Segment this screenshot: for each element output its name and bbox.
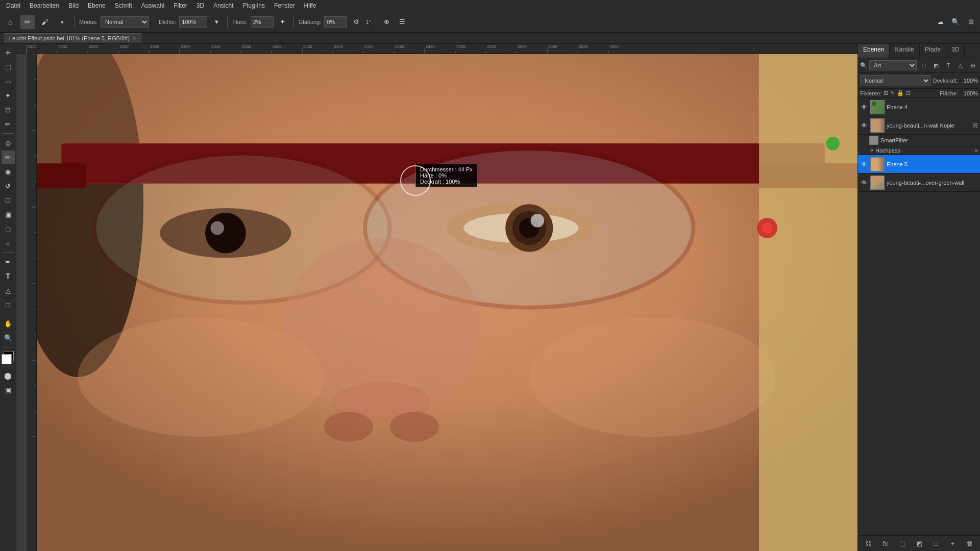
document-tab-title: Leucht Effekt.psdc bei 181% (Ebene 5, RG… bbox=[9, 35, 130, 41]
pen-tool[interactable]: ✒ bbox=[2, 255, 15, 268]
hochpass-filter-item[interactable]: ↗ Hochpass ≡ bbox=[858, 146, 980, 155]
layer-eye-ebene5[interactable]: 👁 bbox=[860, 160, 868, 168]
tab-pfade[interactable]: Pfade bbox=[920, 44, 946, 58]
layer-info-kopie: young-beauti...n-wall Kopie bbox=[887, 122, 971, 129]
layer-eye-wall[interactable]: 👁 bbox=[860, 179, 868, 187]
magic-wand-tool[interactable]: ✦ bbox=[2, 89, 15, 102]
dodge-tool[interactable]: ○ bbox=[2, 236, 15, 249]
healing-tool[interactable]: ◎ bbox=[2, 136, 15, 149]
layers-filter-text[interactable]: T bbox=[943, 60, 953, 70]
menu-datei[interactable]: Datei bbox=[2, 1, 24, 10]
cloud-btn[interactable]: ☁ bbox=[934, 16, 946, 28]
menu-3d[interactable]: 3D bbox=[192, 1, 208, 10]
extra-btn[interactable]: ☰ bbox=[396, 16, 408, 28]
dichte-input[interactable] bbox=[179, 16, 207, 28]
fixieren-row: Fixieren: ⊞ ✎ 🔒 ⊡ Fläche: 100% bbox=[858, 89, 980, 98]
left-tools-divider-4 bbox=[3, 347, 14, 347]
dichte-label: Dichte: bbox=[159, 19, 176, 25]
svg-point-82 bbox=[826, 137, 840, 151]
tab-ebenen[interactable]: Ebenen bbox=[858, 44, 890, 58]
layer-add-btn[interactable]: + bbox=[947, 538, 959, 549]
home-tool-btn[interactable]: ⌂ bbox=[3, 15, 17, 29]
layer-link-btn[interactable]: ⛓ bbox=[863, 538, 874, 549]
eraser-tool[interactable]: ◻ bbox=[2, 193, 15, 207]
menu-ansicht[interactable]: Ansicht bbox=[209, 1, 237, 10]
layer-fx-btn[interactable]: fx bbox=[880, 538, 891, 549]
eraser-tool-btn[interactable]: ▪ bbox=[55, 15, 69, 29]
layer-delete-btn[interactable]: 🗑 bbox=[964, 538, 975, 549]
menu-bild[interactable]: Bild bbox=[64, 1, 83, 10]
menu-auswahl[interactable]: Auswahl bbox=[137, 1, 168, 10]
svg-text:2320: 2320 bbox=[181, 44, 190, 49]
zoom-tool[interactable]: 🔍 bbox=[2, 331, 15, 344]
background-color[interactable] bbox=[2, 354, 12, 364]
blur-tool[interactable]: ◌ bbox=[2, 222, 15, 235]
menu-ebene[interactable]: Ebene bbox=[84, 1, 110, 10]
svg-text:2420: 2420 bbox=[334, 44, 343, 49]
history-tool[interactable]: ↺ bbox=[2, 179, 15, 192]
arrange-btn[interactable]: ⊞ bbox=[965, 16, 977, 28]
menu-schrift[interactable]: Schrift bbox=[111, 1, 136, 10]
layers-filter-shape[interactable]: △ bbox=[955, 60, 966, 70]
quick-mask-tool[interactable]: ⬤ bbox=[2, 369, 15, 382]
layers-filter-smart[interactable]: ⊟ bbox=[968, 60, 978, 70]
crop-tool[interactable]: ⊡ bbox=[2, 103, 15, 116]
layer-item-kopie[interactable]: 👁 young-beauti...n-wall Kopie ⛓ bbox=[858, 116, 980, 135]
smartfilter-name: SmartFilter bbox=[880, 137, 908, 143]
layer-eye-kopie[interactable]: 👁 bbox=[860, 121, 868, 130]
layer-item-ebene4[interactable]: 👁 Ebene 4 bbox=[858, 98, 980, 116]
fix-position-icon[interactable]: ⊞ bbox=[884, 90, 888, 96]
fix-extra-icon[interactable]: ⊡ bbox=[906, 90, 911, 96]
smart-filter-item[interactable]: SmartFilter bbox=[858, 135, 980, 146]
tab-kanale[interactable]: Kanäle bbox=[890, 44, 919, 58]
mode-select[interactable]: Normal Multiplizieren Abwedeln bbox=[101, 16, 149, 28]
document-tab[interactable]: Leucht Effekt.psdc bei 181% (Ebene 5, RG… bbox=[4, 33, 141, 43]
panel-tabs: Ebenen Kanäle Pfade 3D bbox=[858, 44, 980, 58]
layer-item-wall[interactable]: 👁 young-beauti-...over-green-wall bbox=[858, 173, 980, 192]
main-layout: ✛ ⬚ ⌓ ✦ ⊡ ✏ ◎ ✏ ◉ ↺ ◻ ▣ ◌ ○ ✒ T △ □ ✋ 🔍 … bbox=[0, 44, 980, 551]
layer-item-ebene5[interactable]: 👁 Ebene 5 bbox=[858, 155, 980, 173]
search-btn[interactable]: 🔍 bbox=[949, 16, 962, 28]
hand-tool[interactable]: ✋ bbox=[2, 317, 15, 330]
layer-group-btn[interactable]: □ bbox=[930, 538, 942, 549]
clone-tool[interactable]: ◉ bbox=[2, 165, 15, 178]
lasso-tool[interactable]: ⌓ bbox=[2, 74, 15, 88]
marquee-tool[interactable]: ⬚ bbox=[2, 60, 15, 73]
color-swatch-area[interactable] bbox=[2, 351, 15, 362]
glattung-input[interactable] bbox=[324, 16, 347, 28]
menu-hilfe[interactable]: Hilfe bbox=[300, 1, 321, 10]
tab-3d[interactable]: 3D bbox=[946, 44, 965, 58]
symmetry-btn[interactable]: ⊕ bbox=[381, 16, 393, 28]
gradient-tool[interactable]: ▣ bbox=[2, 208, 15, 221]
hochpass-options[interactable]: ≡ bbox=[975, 148, 978, 154]
brush2-tool-btn[interactable]: 🖌 bbox=[38, 15, 52, 29]
text-tool[interactable]: T bbox=[2, 269, 15, 283]
layer-mask-btn[interactable]: ⬚ bbox=[897, 538, 908, 549]
layer-search-select[interactable]: Art bbox=[869, 60, 917, 70]
fix-pixel-icon[interactable]: ✎ bbox=[890, 90, 895, 96]
dichte-icon-btn[interactable]: ▾ bbox=[210, 16, 223, 28]
path-tool[interactable]: △ bbox=[2, 284, 15, 297]
close-tab-btn[interactable]: × bbox=[133, 35, 136, 41]
airbrush-btn[interactable]: ✦ bbox=[277, 16, 289, 28]
screen-mode-tool[interactable]: ▣ bbox=[2, 383, 15, 396]
menu-filter[interactable]: Filter bbox=[169, 1, 191, 10]
menu-bearbeiten[interactable]: Bearbeiten bbox=[26, 1, 63, 10]
shape-tool[interactable]: □ bbox=[2, 298, 15, 311]
layers-filter-adjust[interactable]: ◩ bbox=[931, 60, 941, 70]
fluss-input[interactable] bbox=[251, 16, 274, 28]
layers-filter-pixel[interactable]: □ bbox=[919, 60, 929, 70]
svg-text:2440: 2440 bbox=[364, 44, 374, 49]
brush-tool[interactable]: ✏ bbox=[2, 151, 15, 164]
layers-mode-select[interactable]: Normal bbox=[860, 75, 930, 86]
hochpass-name: Hochpass bbox=[875, 147, 900, 154]
brush-tool-btn[interactable]: ✏ bbox=[20, 15, 35, 29]
fix-all-icon[interactable]: 🔒 bbox=[897, 90, 904, 96]
layer-eye-ebene4[interactable]: 👁 bbox=[860, 103, 868, 111]
move-tool[interactable]: ✛ bbox=[2, 46, 15, 59]
menu-plugins[interactable]: Plug-ins bbox=[239, 1, 269, 10]
eyedropper-tool[interactable]: ✏ bbox=[2, 117, 15, 131]
layer-adjust-btn[interactable]: ◩ bbox=[914, 538, 925, 549]
menu-fenster[interactable]: Fenster bbox=[270, 1, 299, 10]
glattung-settings-btn[interactable]: ⚙ bbox=[350, 16, 362, 28]
